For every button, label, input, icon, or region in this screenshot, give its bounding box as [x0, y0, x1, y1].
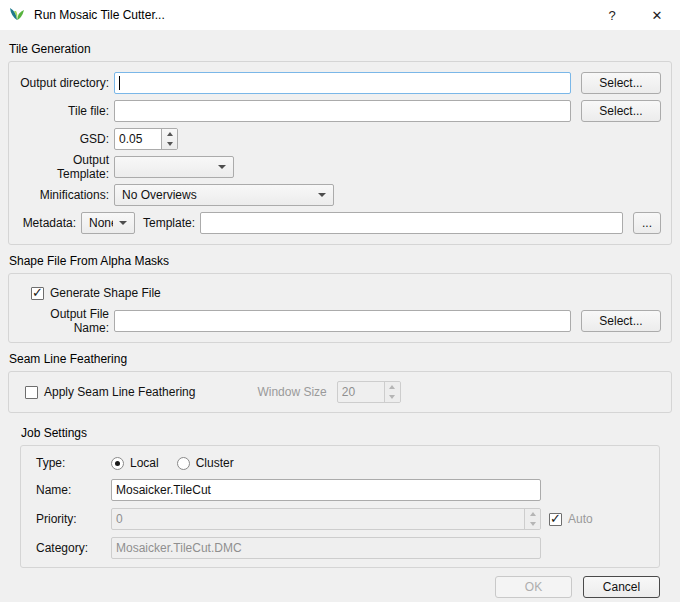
apply-seam-line-feathering-label[interactable]: Apply Seam Line Feathering: [44, 385, 195, 399]
job-settings-group: Job Settings Type: Local Cluster Name:: [8, 426, 672, 568]
gsd-spinbox[interactable]: [114, 128, 178, 150]
job-type-local-option[interactable]: Local: [111, 456, 159, 470]
output-directory-field-wrap: [114, 72, 571, 94]
job-type-row: Type: Local Cluster: [31, 454, 649, 472]
output-file-name-select-button[interactable]: Select...: [581, 310, 661, 332]
text-caret: [119, 76, 120, 90]
local-radio-label[interactable]: Local: [130, 456, 159, 470]
job-category-label: Category:: [36, 541, 111, 555]
spin-down-icon: [525, 519, 540, 529]
metadata-template-label: Template:: [143, 216, 195, 230]
seam-line-row: Apply Seam Line Feathering Window Size: [19, 380, 661, 404]
window-size-spin-buttons: [384, 382, 400, 402]
spin-down-icon: [385, 392, 400, 402]
output-template-row: Output Template:: [19, 156, 661, 178]
dialog-footer: OK Cancel: [8, 576, 672, 598]
minifications-value: No Overviews: [122, 188, 312, 202]
auto-checkbox[interactable]: [549, 513, 562, 526]
gsd-spin-buttons[interactable]: [161, 129, 177, 149]
generate-shape-file-row: Generate Shape File: [19, 284, 661, 302]
window-size-label: Window Size: [257, 385, 326, 399]
shape-file-title: Shape File From Alpha Masks: [9, 254, 672, 269]
spin-down-icon[interactable]: [162, 139, 177, 149]
gsd-input[interactable]: [115, 129, 161, 149]
metadata-label: Metadata:: [19, 216, 81, 230]
job-category-input: [111, 537, 541, 559]
dropdown-arrow-icon: [218, 165, 226, 169]
dropdown-arrow-icon: [119, 221, 127, 225]
output-template-combobox[interactable]: [114, 156, 234, 178]
auto-checkbox-label[interactable]: Auto: [568, 512, 593, 526]
shape-file-group: Shape File From Alpha Masks Generate Sha…: [8, 254, 672, 343]
metadata-row: Metadata: None Template: ...: [19, 212, 661, 234]
ok-button: OK: [495, 576, 572, 598]
local-radio[interactable]: [111, 457, 124, 470]
dialog-content: Tile Generation Output directory: Select…: [0, 30, 680, 598]
output-file-name-input[interactable]: [114, 310, 571, 332]
tile-generation-frame: Output directory: Select... Tile file: S…: [8, 61, 672, 245]
output-template-label: Output Template:: [19, 153, 114, 181]
close-button[interactable]: ✕: [634, 0, 680, 30]
minifications-row: Minifications: No Overviews: [19, 184, 661, 206]
metadata-template-browse-button[interactable]: ...: [633, 212, 661, 234]
seam-line-title: Seam Line Feathering: [9, 352, 672, 367]
output-file-name-label: Output File Name:: [19, 307, 114, 335]
spin-up-icon: [385, 382, 400, 392]
tile-file-label: Tile file:: [19, 104, 114, 118]
job-type-label: Type:: [36, 456, 111, 470]
generate-shape-file-label[interactable]: Generate Shape File: [50, 286, 161, 300]
tile-generation-title: Tile Generation: [9, 42, 672, 57]
output-directory-row: Output directory: Select...: [19, 72, 661, 94]
spin-up-icon: [525, 509, 540, 519]
run-mosaic-tile-cutter-dialog: Run Mosaic Tile Cutter... ? ✕ Tile Gener…: [0, 0, 680, 598]
output-directory-input[interactable]: [114, 72, 571, 94]
job-type-cluster-option[interactable]: Cluster: [177, 456, 234, 470]
metadata-value: None: [89, 216, 113, 230]
tile-generation-group: Tile Generation Output directory: Select…: [8, 42, 672, 245]
tile-file-select-button[interactable]: Select...: [581, 100, 661, 122]
cluster-radio[interactable]: [177, 457, 190, 470]
generate-shape-file-checkbox[interactable]: [31, 287, 44, 300]
seam-line-group: Seam Line Feathering Apply Seam Line Fea…: [8, 352, 672, 413]
window-title: Run Mosaic Tile Cutter...: [34, 8, 165, 22]
priority-spin-buttons: [524, 509, 540, 529]
job-priority-row: Priority: Auto: [31, 508, 649, 530]
window-size-input: [338, 382, 384, 402]
metadata-combobox[interactable]: None: [81, 212, 135, 234]
app-logo-icon: [9, 7, 25, 23]
minifications-combobox[interactable]: No Overviews: [114, 184, 334, 206]
output-file-name-row: Output File Name: Select...: [19, 310, 661, 332]
job-name-label: Name:: [36, 483, 111, 497]
job-settings-title: Job Settings: [21, 426, 672, 441]
job-priority-label: Priority:: [36, 512, 111, 526]
spin-up-icon[interactable]: [162, 129, 177, 139]
job-name-input[interactable]: [111, 479, 541, 501]
tile-file-row: Tile file: Select...: [19, 100, 661, 122]
tile-file-input[interactable]: [114, 100, 571, 122]
seam-line-frame: Apply Seam Line Feathering Window Size: [8, 371, 672, 413]
cancel-button[interactable]: Cancel: [583, 576, 660, 598]
help-button[interactable]: ?: [590, 0, 634, 30]
title-bar[interactable]: Run Mosaic Tile Cutter... ? ✕: [0, 0, 680, 30]
dropdown-arrow-icon: [318, 193, 326, 197]
priority-spinbox: [111, 508, 541, 530]
priority-input: [112, 509, 524, 529]
cluster-radio-label[interactable]: Cluster: [196, 456, 234, 470]
gsd-row: GSD:: [19, 128, 661, 150]
job-category-row: Category:: [31, 537, 649, 559]
apply-seam-line-feathering-checkbox[interactable]: [25, 386, 38, 399]
output-directory-select-button[interactable]: Select...: [581, 72, 661, 94]
metadata-template-input[interactable]: [200, 212, 623, 234]
minifications-label: Minifications:: [19, 188, 114, 202]
output-directory-label: Output directory:: [19, 76, 114, 90]
job-settings-frame: Type: Local Cluster Name: Priority:: [20, 445, 660, 568]
job-name-row: Name:: [31, 479, 649, 501]
shape-file-frame: Generate Shape File Output File Name: Se…: [8, 273, 672, 343]
window-size-spinbox: [337, 381, 401, 403]
auto-priority-option[interactable]: Auto: [549, 512, 593, 526]
gsd-label: GSD:: [19, 132, 114, 146]
